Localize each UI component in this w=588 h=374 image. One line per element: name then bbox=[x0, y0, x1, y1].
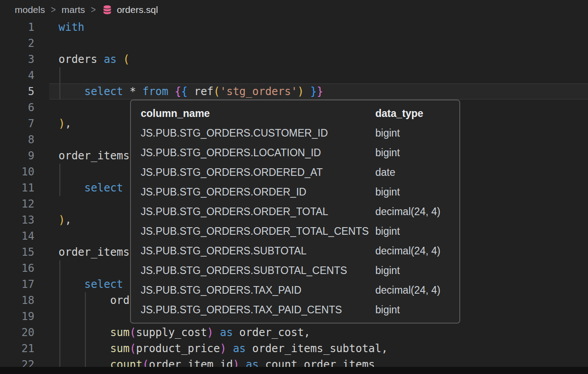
popup-column-row: JS.PUB.STG_ORDERS.ORDER_IDbigint bbox=[131, 182, 459, 202]
line-number[interactable]: 15 bbox=[0, 244, 34, 260]
line-number[interactable]: 2 bbox=[0, 35, 34, 51]
popup-cell-data-type: decimal(24, 4) bbox=[375, 284, 459, 296]
code-editor[interactable]: 1with23orders as (45 select * from {{ re… bbox=[0, 19, 588, 374]
popup-column-row: JS.PUB.STG_ORDERS.CUSTOMER_IDbigint bbox=[131, 123, 459, 143]
popup-header-row: column_name data_type bbox=[131, 104, 459, 123]
line-number[interactable]: 4 bbox=[0, 67, 34, 83]
popup-column-row: JS.PUB.STG_ORDERS.SUBTOTAL_CENTSbigint bbox=[131, 261, 459, 280]
code-line[interactable]: 1with bbox=[0, 19, 588, 35]
breadcrumb-item-models[interactable]: models bbox=[15, 4, 45, 15]
code-line[interactable]: 3orders as ( bbox=[0, 51, 588, 67]
popup-cell-column-name: JS.PUB.STG_ORDERS.CUSTOMER_ID bbox=[141, 127, 375, 139]
popup-cell-data-type: bigint bbox=[375, 186, 459, 198]
code-line-text: order_items bbox=[34, 244, 130, 260]
popup-column-row: JS.PUB.STG_ORDERS.TAX_PAIDdecimal(24, 4) bbox=[131, 280, 459, 300]
code-line-text: orders as ( bbox=[34, 51, 130, 67]
code-line-text bbox=[34, 164, 59, 180]
line-number[interactable]: 17 bbox=[0, 276, 34, 292]
line-number[interactable]: 20 bbox=[0, 324, 34, 341]
code-line-text: with bbox=[34, 19, 84, 35]
popup-cell-data-type: date bbox=[375, 166, 459, 179]
popup-column-row: JS.PUB.STG_ORDERS.ORDER_TOTAL_CENTSbigin… bbox=[131, 221, 459, 241]
breadcrumb-item-file[interactable]: orders.sql bbox=[101, 4, 158, 16]
popup-header-column-name: column_name bbox=[141, 108, 375, 120]
line-number[interactable]: 19 bbox=[0, 308, 34, 324]
code-line-text bbox=[34, 132, 59, 148]
popup-cell-data-type: bigint bbox=[375, 265, 459, 277]
code-line-text: sum(product_price) as order_items_subtot… bbox=[34, 341, 388, 357]
popup-cell-column-name: JS.PUB.STG_ORDERS.TAX_PAID_CENTS bbox=[141, 304, 375, 316]
popup-header-data-type: data_type bbox=[375, 108, 459, 120]
popup-column-row: JS.PUB.STG_ORDERS.SUBTOTALdecimal(24, 4) bbox=[131, 241, 459, 261]
code-line-text bbox=[34, 308, 59, 324]
line-number[interactable]: 5 bbox=[0, 83, 34, 100]
code-line[interactable]: 21 sum(product_price) as order_items_sub… bbox=[0, 341, 588, 357]
indent-guide bbox=[85, 292, 86, 374]
code-line-text: sum(supply_cost) as order_cost, bbox=[34, 324, 311, 341]
popup-cell-data-type: decimal(24, 4) bbox=[375, 245, 459, 257]
code-line-text: ord bbox=[34, 292, 130, 308]
line-number[interactable]: 11 bbox=[0, 180, 34, 196]
popup-column-row: JS.PUB.STG_ORDERS.LOCATION_IDbigint bbox=[131, 143, 459, 162]
line-number[interactable]: 16 bbox=[0, 260, 34, 276]
code-line-text bbox=[34, 67, 59, 83]
code-line[interactable]: 4 bbox=[0, 67, 588, 83]
current-line-highlight bbox=[49, 83, 588, 100]
code-line-text: order_items bbox=[34, 148, 130, 164]
popup-cell-column-name: JS.PUB.STG_ORDERS.ORDER_TOTAL_CENTS bbox=[141, 225, 375, 237]
indent-guide bbox=[59, 260, 60, 374]
popup-cell-data-type: bigint bbox=[375, 225, 459, 237]
code-line-text: ), bbox=[34, 212, 71, 228]
line-number[interactable]: 14 bbox=[0, 228, 34, 244]
chevron-right-icon: > bbox=[91, 4, 96, 15]
code-line-text bbox=[34, 196, 59, 212]
popup-column-row: JS.PUB.STG_ORDERS.ORDERED_ATdate bbox=[131, 162, 459, 182]
code-line-text: select bbox=[34, 276, 123, 292]
code-line-text bbox=[34, 35, 59, 51]
indent-guide bbox=[59, 164, 60, 196]
editor-bottom-edge bbox=[0, 367, 588, 374]
line-number[interactable]: 7 bbox=[0, 116, 34, 132]
popup-cell-data-type: bigint bbox=[375, 127, 459, 139]
line-number[interactable]: 8 bbox=[0, 132, 34, 148]
code-line-text bbox=[34, 100, 59, 116]
popup-cell-column-name: JS.PUB.STG_ORDERS.SUBTOTAL bbox=[141, 245, 375, 257]
code-line-text: select bbox=[34, 180, 123, 196]
code-line-text bbox=[34, 228, 59, 244]
popup-cell-column-name: JS.PUB.STG_ORDERS.ORDERED_AT bbox=[141, 166, 375, 179]
column-hover-popup: column_name data_type JS.PUB.STG_ORDERS.… bbox=[130, 100, 460, 324]
popup-cell-column-name: JS.PUB.STG_ORDERS.ORDER_ID bbox=[141, 186, 375, 198]
code-line[interactable]: 2 bbox=[0, 35, 588, 51]
line-number[interactable]: 10 bbox=[0, 164, 34, 180]
breadcrumb-item-marts[interactable]: marts bbox=[62, 4, 85, 15]
popup-column-row: JS.PUB.STG_ORDERS.TAX_PAID_CENTSbigint bbox=[131, 300, 459, 320]
line-number[interactable]: 13 bbox=[0, 212, 34, 228]
popup-cell-data-type: bigint bbox=[375, 147, 459, 159]
line-number[interactable]: 18 bbox=[0, 292, 34, 308]
popup-cell-column-name: JS.PUB.STG_ORDERS.LOCATION_ID bbox=[141, 147, 375, 159]
popup-cell-data-type: decimal(24, 4) bbox=[375, 206, 459, 218]
indent-guide bbox=[59, 67, 60, 100]
code-line-text: ), bbox=[34, 116, 71, 132]
code-line-text bbox=[34, 260, 59, 276]
popup-cell-column-name: JS.PUB.STG_ORDERS.SUBTOTAL_CENTS bbox=[141, 265, 375, 277]
line-number[interactable]: 9 bbox=[0, 148, 34, 164]
line-number[interactable]: 1 bbox=[0, 19, 34, 35]
line-number[interactable]: 3 bbox=[0, 51, 34, 67]
line-number[interactable]: 6 bbox=[0, 100, 34, 116]
breadcrumb: models > marts > orders.sql bbox=[0, 0, 588, 20]
chevron-right-icon: > bbox=[51, 4, 56, 15]
popup-cell-column-name: JS.PUB.STG_ORDERS.ORDER_TOTAL bbox=[141, 206, 375, 218]
line-number[interactable]: 12 bbox=[0, 196, 34, 212]
file-name: orders.sql bbox=[117, 4, 158, 15]
code-line[interactable]: 20 sum(supply_cost) as order_cost, bbox=[0, 324, 588, 341]
database-icon bbox=[101, 4, 113, 16]
popup-cell-column-name: JS.PUB.STG_ORDERS.TAX_PAID bbox=[141, 284, 375, 296]
popup-column-row: JS.PUB.STG_ORDERS.ORDER_TOTALdecimal(24,… bbox=[131, 202, 459, 221]
line-number[interactable]: 21 bbox=[0, 341, 34, 357]
popup-cell-data-type: bigint bbox=[375, 304, 459, 316]
